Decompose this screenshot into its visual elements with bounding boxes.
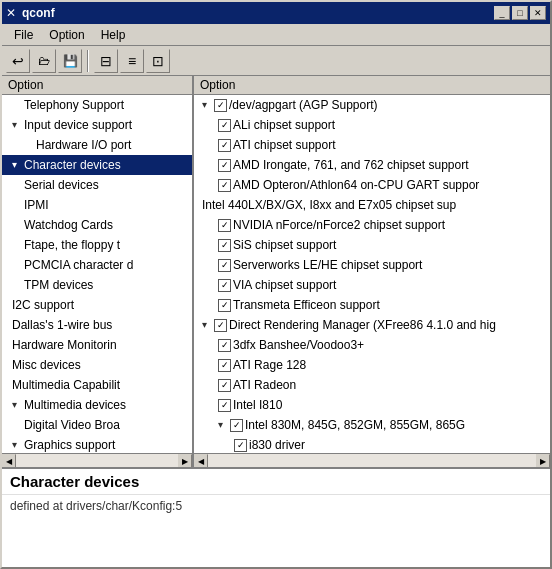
scroll-right-button[interactable]: ▶ — [536, 454, 550, 467]
list-item[interactable]: ▾ ✓ Direct Rendering Manager (XFree86 4.… — [194, 315, 550, 335]
close-button[interactable]: ✕ — [530, 6, 546, 20]
right-pane-header: Option — [194, 76, 550, 95]
item-text: Dallas's 1-wire bus — [12, 316, 112, 334]
expand-icon: ▾ — [12, 116, 24, 134]
list-item[interactable]: ✓ VIA chipset support — [194, 275, 550, 295]
list-item[interactable]: ✓ 3dfx Banshee/Voodoo3+ — [194, 335, 550, 355]
list-item[interactable]: ✓ NVIDIA nForce/nForce2 chipset support — [194, 215, 550, 235]
left-pane-scroll[interactable]: Telephony Support ▾ Input device support… — [2, 95, 192, 453]
menu-file[interactable]: File — [8, 26, 39, 44]
menu-help[interactable]: Help — [95, 26, 132, 44]
menu-option[interactable]: Option — [43, 26, 90, 44]
maximize-button[interactable]: □ — [512, 6, 528, 20]
list-item[interactable]: ✓ AMD Opteron/Athlon64 on-CPU GART suppo… — [194, 175, 550, 195]
item-text: Input device support — [24, 116, 132, 134]
scroll-left-button[interactable]: ◀ — [2, 454, 16, 467]
toolbar: ↩ 🗁 💾 ⊟ ≡ ⊡ — [2, 46, 550, 76]
list-item[interactable]: ▾ ✓ /dev/agpgart (AGP Support) — [194, 95, 550, 115]
item-text: Serial devices — [24, 176, 99, 194]
list-item[interactable]: IPMI — [2, 195, 192, 215]
item-text: AMD Irongate, 761, and 762 chipset suppo… — [233, 156, 468, 174]
list-item[interactable]: Telephony Support — [2, 95, 192, 115]
list-item[interactable]: Hardware Monitorin — [2, 335, 192, 355]
view-button[interactable]: ⊡ — [146, 49, 170, 73]
list-item[interactable]: ✓ ATI Rage 128 — [194, 355, 550, 375]
item-text: AMD Opteron/Athlon64 on-CPU GART suppor — [233, 176, 479, 194]
right-pane-scroll[interactable]: ▾ ✓ /dev/agpgart (AGP Support) ✓ ALi chi… — [194, 95, 550, 453]
list-item[interactable]: ✓ AMD Irongate, 761, and 762 chipset sup… — [194, 155, 550, 175]
item-text: NVIDIA nForce/nForce2 chipset support — [233, 216, 445, 234]
panes-row: Option Telephony Support ▾ Input device … — [2, 76, 550, 467]
list-item[interactable]: ✓ Intel I810 — [194, 395, 550, 415]
checkbox-icon: ✓ — [218, 339, 231, 352]
list-item-graphics[interactable]: ▾ Graphics support — [2, 435, 192, 453]
main-area: Option Telephony Support ▾ Input device … — [2, 76, 550, 567]
list-item[interactable]: Digital Video Broa — [2, 415, 192, 435]
item-text: Hardware I/O port — [36, 136, 131, 154]
item-text: 3dfx Banshee/Voodoo3+ — [233, 336, 364, 354]
list-item[interactable]: TPM devices — [2, 275, 192, 295]
checkbox-icon: ✓ — [230, 419, 243, 432]
list-item[interactable]: ✓ i830 driver — [194, 435, 550, 453]
item-text: Intel I810 — [233, 396, 282, 414]
expand-icon: ▾ — [202, 316, 214, 334]
title-bar: ✕ qconf _ □ ✕ — [2, 2, 550, 24]
menu-bar: File Option Help — [2, 24, 550, 46]
checkbox-icon: ✓ — [218, 159, 231, 172]
left-hscroll[interactable]: ◀ ▶ — [2, 453, 192, 467]
list-item[interactable]: I2C support — [2, 295, 192, 315]
list-item[interactable]: Watchdog Cards — [2, 215, 192, 235]
expand-button[interactable]: ≡ — [120, 49, 144, 73]
checkbox-icon: ✓ — [218, 219, 231, 232]
list-item[interactable]: Dallas's 1-wire bus — [2, 315, 192, 335]
list-item[interactable]: ✓ Serverworks LE/HE chipset support — [194, 255, 550, 275]
save-button[interactable]: 💾 — [58, 49, 82, 73]
window-title: qconf — [22, 6, 55, 20]
list-item[interactable]: ✓ Transmeta Efficeon support — [194, 295, 550, 315]
list-item[interactable]: Serial devices — [2, 175, 192, 195]
item-text: Telephony Support — [24, 96, 124, 114]
list-item-character-devices[interactable]: ▾ Character devices — [2, 155, 192, 175]
item-text: PCMCIA character d — [24, 256, 133, 274]
item-text: Serverworks LE/HE chipset support — [233, 256, 422, 274]
expand-icon: ▾ — [12, 156, 24, 174]
checkbox-icon: ✓ — [218, 279, 231, 292]
item-text: Ftape, the floppy t — [24, 236, 120, 254]
list-item[interactable]: Ftape, the floppy t — [2, 235, 192, 255]
checkbox-icon: ✓ — [234, 439, 247, 452]
window: ✕ qconf _ □ ✕ File Option Help ↩ 🗁 💾 ⊟ ≡… — [0, 0, 552, 569]
list-item[interactable]: Hardware I/O port — [2, 135, 192, 155]
list-item[interactable]: Misc devices — [2, 355, 192, 375]
right-hscroll[interactable]: ◀ ▶ — [194, 453, 550, 467]
list-item[interactable]: ✓ ATI chipset support — [194, 135, 550, 155]
checkbox-icon: ✓ — [218, 119, 231, 132]
bottom-header: Character devices — [2, 469, 550, 495]
scroll-track — [16, 454, 178, 467]
open-button[interactable]: 🗁 — [32, 49, 56, 73]
collapse-button[interactable]: ⊟ — [94, 49, 118, 73]
list-item[interactable]: Intel 440LX/BX/GX, I8xx and E7x05 chipse… — [194, 195, 550, 215]
expand-icon: ▾ — [12, 436, 24, 453]
item-text: ALi chipset support — [233, 116, 335, 134]
checkbox-icon: ✓ — [218, 179, 231, 192]
undo-button[interactable]: ↩ — [6, 49, 30, 73]
scroll-left-button[interactable]: ◀ — [194, 454, 208, 467]
item-text: ATI Radeon — [233, 376, 296, 394]
scroll-track — [208, 454, 536, 467]
list-item[interactable]: ✓ ALi chipset support — [194, 115, 550, 135]
item-text: IPMI — [24, 196, 49, 214]
list-item[interactable]: ✓ SiS chipset support — [194, 235, 550, 255]
list-item[interactable]: ✓ ATI Radeon — [194, 375, 550, 395]
list-item[interactable]: ▾ Multimedia devices — [2, 395, 192, 415]
bottom-content: defined at drivers/char/Kconfig:5 — [2, 495, 550, 567]
list-item[interactable]: ▾ ✓ Intel 830M, 845G, 852GM, 855GM, 865G — [194, 415, 550, 435]
list-item[interactable]: ▾ Input device support — [2, 115, 192, 135]
list-item[interactable]: PCMCIA character d — [2, 255, 192, 275]
scroll-right-button[interactable]: ▶ — [178, 454, 192, 467]
list-item[interactable]: Multimedia Capabilit — [2, 375, 192, 395]
item-text: Watchdog Cards — [24, 216, 113, 234]
item-text: Character devices — [24, 156, 121, 174]
checkbox-icon: ✓ — [214, 319, 227, 332]
minimize-button[interactable]: _ — [494, 6, 510, 20]
item-text: Misc devices — [12, 356, 81, 374]
